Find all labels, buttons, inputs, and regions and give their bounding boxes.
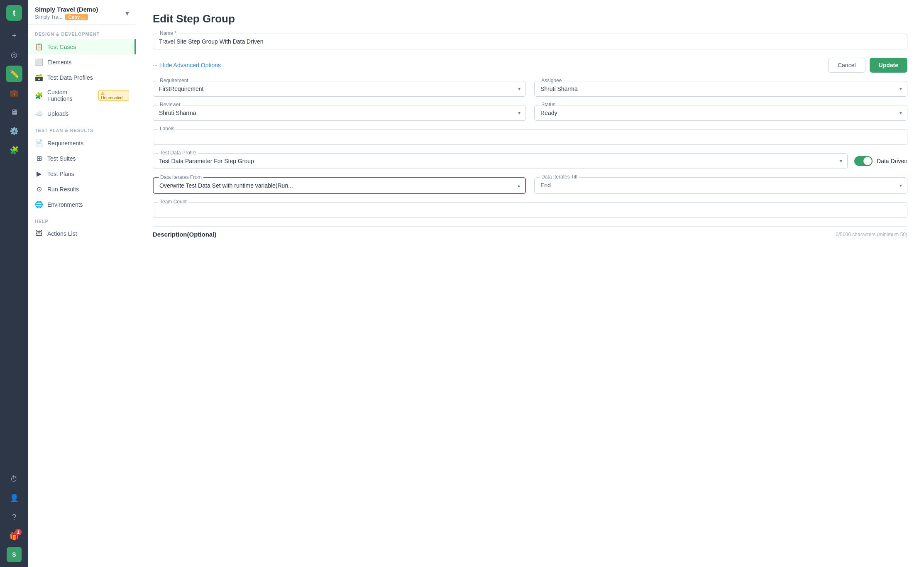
puzzle-icon[interactable]: 🧩 [6, 142, 22, 159]
data-iterates-from-label: Data Iterates From [159, 174, 203, 180]
sidebar-label-environments: Environments [47, 201, 83, 208]
main-content: Edit Step Group Name * ··· Hide Advanced… [136, 0, 924, 567]
update-button[interactable]: Update [870, 58, 907, 73]
team-count-input[interactable] [153, 203, 907, 218]
sidebar-item-requirements[interactable]: 📄 Requirements [28, 135, 136, 151]
reviewer-select[interactable]: Shruti Sharma [153, 105, 526, 120]
sidebar-label-elements: Elements [47, 59, 71, 66]
assignee-select[interactable]: Shruti Sharma [535, 81, 907, 96]
help-section-label: HELP [28, 212, 136, 226]
sidebar-item-uploads[interactable]: ☁️ Uploads [28, 106, 136, 121]
copy-badge[interactable]: Copy ... [65, 14, 88, 20]
environments-icon: 🌐 [35, 200, 43, 208]
sidebar-label-requirements: Requirements [47, 140, 83, 147]
sidebar-label-custom-functions: Custom Functions [47, 89, 93, 102]
data-driven-switch[interactable] [854, 156, 873, 166]
desktop-icon[interactable]: 🖥 [6, 104, 22, 120]
test-cases-icon: 📋 [35, 43, 43, 51]
requirement-label: Requirement [158, 78, 190, 83]
sidebar-item-test-suites[interactable]: ⊞ Test Suites [28, 151, 136, 166]
sidebar-label-uploads: Uploads [47, 110, 68, 117]
user-avatar[interactable]: S [7, 547, 22, 562]
team-count-section: Team Count [153, 202, 907, 218]
reviewer-status-row: Reviewer Shruti Sharma ▾ Status Ready ▾ [153, 105, 907, 121]
uploads-icon: ☁️ [35, 110, 43, 117]
labels-input[interactable] [153, 130, 907, 144]
test-plans-icon: ▶ [35, 170, 43, 178]
project-name: Simply Travel (Demo) [35, 6, 98, 13]
name-input[interactable] [153, 34, 907, 49]
custom-functions-icon: 🧩 [35, 92, 43, 100]
elements-icon: ⬜ [35, 58, 43, 66]
hide-advanced-options[interactable]: ··· Hide Advanced Options [153, 62, 221, 68]
toggle-knob [863, 157, 872, 165]
sidebar-label-run-results: Run Results [47, 186, 79, 193]
test-data-profile-label: Test Data Profile [158, 150, 198, 156]
person-icon[interactable]: 👤 [6, 490, 22, 506]
test-data-profiles-icon: 🗃️ [35, 73, 43, 81]
assignee-label: Assignee [540, 78, 563, 83]
status-select[interactable]: Ready [535, 105, 907, 120]
gift-icon[interactable]: 🎁 1 [6, 528, 22, 545]
test-suites-icon: ⊞ [35, 154, 43, 162]
reviewer-field: Reviewer Shruti Sharma ▾ [153, 105, 526, 121]
sidebar-item-environments[interactable]: 🌐 Environments [28, 197, 136, 212]
dots-icon: ··· [153, 62, 158, 68]
deprecated-badge: ⚠ Deprecated [98, 90, 129, 101]
project-dropdown-icon[interactable]: ▾ [125, 9, 129, 18]
advanced-options-bar: ··· Hide Advanced Options Cancel Update [153, 58, 907, 73]
data-iterates-till-label: Data Iterates Till [540, 174, 579, 180]
sidebar-item-actions-list[interactable]: 🖼 Actions List [28, 226, 136, 241]
description-label: Description(Optional) [153, 231, 216, 238]
notification-badge: 1 [15, 529, 22, 535]
data-driven-label: Data Driven [877, 158, 907, 164]
sidebar-label-test-plans: Test Plans [47, 171, 74, 177]
hide-advanced-label: Hide Advanced Options [160, 62, 221, 68]
requirement-field: Requirement FirstRequirement ▾ [153, 81, 526, 97]
action-buttons: Cancel Update [828, 58, 907, 73]
requirement-assignee-row: Requirement FirstRequirement ▾ Assignee … [153, 81, 907, 97]
plan-section-label: TEST PLAN & RESULTS [28, 121, 136, 135]
briefcase-icon[interactable]: 💼 [6, 85, 22, 101]
add-icon[interactable]: + [6, 27, 22, 44]
reviewer-label: Reviewer [158, 102, 182, 108]
assignee-field: Assignee Shruti Sharma ▾ [534, 81, 907, 97]
test-data-profile-select[interactable]: Test Data Parameter For Step Group [153, 154, 847, 169]
status-label: Status [540, 102, 557, 108]
data-iterates-from-select[interactable]: Overwrite Test Data Set with runtime var… [154, 178, 525, 193]
name-field-section: Name * [153, 34, 907, 49]
sidebar-item-test-plans[interactable]: ▶ Test Plans [28, 166, 136, 181]
run-results-icon: ⊙ [35, 185, 43, 193]
data-iterates-till-select[interactable]: End [535, 178, 907, 193]
project-sub-name: Simply Tra... [35, 14, 63, 20]
requirements-icon: 📄 [35, 139, 43, 147]
dashboard-icon[interactable]: ◎ [6, 46, 22, 63]
sidebar-label-test-suites: Test Suites [47, 155, 76, 162]
sidebar-label-test-data-profiles: Test Data Profiles [47, 74, 93, 81]
description-footer: Description(Optional) 0/5000 characters … [153, 226, 907, 238]
app-logo[interactable]: t [6, 5, 22, 21]
clock-icon[interactable]: ⏱ [6, 471, 22, 487]
edit-icon[interactable]: ✏️ [6, 66, 22, 82]
labels-label: Labels [158, 126, 176, 132]
sidebar-item-run-results[interactable]: ⊙ Run Results [28, 181, 136, 197]
data-iterates-from-field: Data Iterates From Overwrite Test Data S… [153, 177, 526, 194]
sidebar-item-test-cases[interactable]: 📋 Test Cases [28, 39, 136, 54]
cancel-button[interactable]: Cancel [828, 58, 865, 73]
page-title: Edit Step Group [153, 12, 907, 25]
sidebar-item-elements[interactable]: ⬜ Elements [28, 54, 136, 70]
requirement-select[interactable]: FirstRequirement [153, 81, 526, 96]
name-field-label: Name * [158, 30, 178, 36]
design-section-label: DESIGN & DEVELOPMENT [28, 25, 136, 39]
sidebar-item-custom-functions[interactable]: 🧩 Custom Functions ⚠ Deprecated [28, 85, 136, 106]
actions-list-icon: 🖼 [35, 230, 43, 237]
char-count: 0/5000 characters (minimum 50) [836, 232, 907, 237]
question-icon[interactable]: ? [6, 509, 22, 525]
settings-gear-icon[interactable]: ⚙️ [6, 123, 22, 139]
sidebar-item-test-data-profiles[interactable]: 🗃️ Test Data Profiles [28, 70, 136, 85]
sidebar: Simply Travel (Demo) Simply Tra... Copy … [28, 0, 136, 567]
data-driven-toggle: Data Driven [854, 156, 907, 166]
data-iterates-row: Data Iterates From Overwrite Test Data S… [153, 177, 907, 194]
sidebar-label-actions-list: Actions List [47, 230, 77, 237]
data-iterates-till-field: Data Iterates Till End ▾ [534, 177, 907, 194]
